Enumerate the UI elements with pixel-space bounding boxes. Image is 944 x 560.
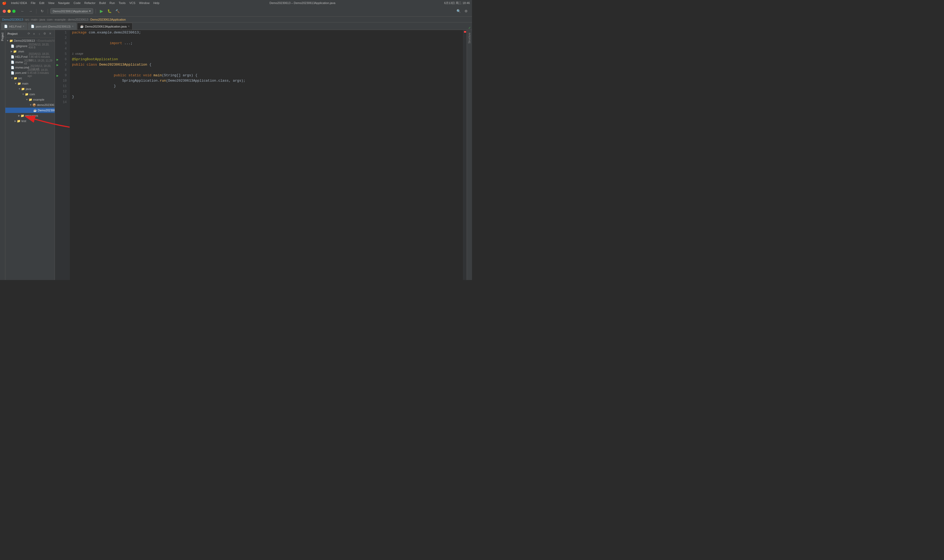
menu-file[interactable]: File (29, 1, 37, 5)
pom-tab-close[interactable]: × (72, 25, 74, 28)
code-line-6: @SpringBootApplication (72, 57, 461, 62)
collapse-tool-btn[interactable]: ≡ (32, 31, 37, 36)
menu-window[interactable]: Window (138, 1, 151, 5)
sync-tool-btn[interactable]: ⟳ (26, 31, 31, 36)
mvnw-icon: 📄 (11, 60, 14, 64)
gutter-9: ▶ (55, 73, 60, 78)
gutter-8 (55, 68, 60, 73)
ln-10: 10 (60, 78, 68, 83)
breadcrumb-main[interactable]: main (31, 18, 37, 21)
ln-6: 6 (60, 57, 68, 62)
run-gutter-6[interactable]: ▶ (57, 58, 58, 61)
breadcrumb-demo[interactable]: Demo20230613 (2, 18, 23, 21)
project-selector[interactable]: Demo20230613Application ▾ (50, 8, 93, 14)
run-button[interactable]: ▶ (98, 8, 105, 14)
pom-tab-label: pom.xml (Demo20230613) (36, 25, 71, 28)
file-tree: ▼ 📁 Demo20230613 ~/Downloads/Video/Demo2… (5, 37, 55, 280)
menubar-left: 🍎 IntelliJ IDEA File Edit View Navigate … (2, 1, 161, 5)
main-label: main (22, 82, 28, 85)
menu-refactor[interactable]: Refactor (83, 1, 97, 5)
menubar-right: 6月13日 周二 18:46 (444, 1, 470, 5)
tree-helpmd[interactable]: 📄 HELP.md 2023/6/13, 18:20, 7.86 kB 6 mi… (5, 54, 55, 59)
menu-code[interactable]: Code (72, 1, 82, 5)
tab-help-md[interactable]: 📄 HELP.md × (1, 23, 27, 30)
mvn-arrow: ▶ (11, 50, 12, 53)
tree-pomxml[interactable]: 📄 pom.xml 2023/6/13, 18:20, 9.45 kB 3 mi… (5, 70, 55, 75)
root-label: Demo20230613 (14, 39, 35, 42)
gutter-5 (55, 51, 60, 57)
project-tab[interactable]: Project (0, 30, 5, 44)
forward-button[interactable]: → (27, 8, 34, 14)
menu-view[interactable]: View (47, 1, 56, 5)
mvnw-meta: 2023/6/13, 18:20, 11.29 kB (24, 59, 54, 65)
tree-com[interactable]: ▼ 📁 com (5, 92, 55, 97)
menu-navigate[interactable]: Navigate (57, 1, 71, 5)
java-label: java (26, 87, 31, 91)
sort-tool-btn[interactable]: ↕ (37, 31, 42, 36)
settings-button[interactable]: ⚙ (463, 8, 469, 14)
close-panel-btn[interactable]: ✕ (48, 31, 52, 36)
gutter-3 (55, 41, 60, 46)
refresh-button[interactable]: ↻ (39, 8, 45, 14)
src-arrow: ▼ (11, 77, 13, 80)
structure-tab[interactable]: Structure (467, 30, 472, 46)
ln-8: 8 (60, 68, 68, 73)
gutter-1 (55, 30, 60, 35)
java-tab-close[interactable]: × (128, 25, 129, 28)
tree-demopkg[interactable]: ▼ 📦 demo20230613 (5, 102, 55, 108)
minimize-button[interactable] (8, 10, 11, 13)
breadcrumb-example[interactable]: example (55, 18, 66, 21)
tree-main[interactable]: ▼ 📁 main (5, 81, 55, 86)
settings-tool-btn[interactable]: ⚙ (42, 31, 47, 36)
test-label: test (22, 119, 26, 123)
menu-vcs[interactable]: VCS (128, 1, 137, 5)
run-gutter-9[interactable]: ▶ (57, 74, 58, 77)
tree-gitignore[interactable]: 📄 .gitignore 2023/6/13, 18:20, 408 B (5, 43, 55, 49)
usage-hint: 1 usage (72, 51, 83, 57)
tree-resources[interactable]: ▶ 📁 resources (5, 113, 55, 118)
menu-tools[interactable]: Tools (117, 1, 127, 5)
build-project-button[interactable]: 🔨 (114, 8, 121, 14)
debug-button[interactable]: 🐛 (106, 8, 113, 14)
tree-java[interactable]: ▼ 📁 java (5, 86, 55, 92)
test-icon: 📁 (17, 119, 21, 123)
breadcrumb-package[interactable]: demo20230613 (68, 18, 88, 21)
menu-build[interactable]: Build (98, 1, 107, 5)
gitignore-meta: 2023/6/13, 18:20, 408 B (28, 43, 54, 49)
project-selector-label: Demo20230613Application (53, 10, 88, 13)
search-button[interactable]: 🔍 (455, 8, 462, 14)
menu-help[interactable]: Help (152, 1, 161, 5)
ln-9: 9 (60, 73, 68, 78)
tab-main-java[interactable]: ☕ Demo20230613Application.java × (77, 23, 132, 30)
breadcrumb-java[interactable]: java (40, 18, 45, 21)
tree-main-class[interactable]: ☕ Demo20230613Application 2023/6/13, 18 (5, 108, 55, 113)
back-button[interactable]: ← (19, 8, 26, 14)
apple-menu[interactable]: 🍎 (2, 1, 6, 5)
pomxml-label: pom.xml (15, 71, 26, 74)
breadcrumb-class[interactable]: Demo20230613Application (91, 18, 126, 21)
gutter-4 (55, 46, 60, 51)
close-button[interactable] (3, 10, 6, 13)
tab-pom-xml[interactable]: 📄 pom.xml (Demo20230613) × (28, 23, 77, 30)
tree-test[interactable]: ▶ 📁 test (5, 118, 55, 124)
maximize-button[interactable] (12, 10, 15, 13)
breadcrumb-src[interactable]: src (25, 18, 29, 21)
run-gutter-7[interactable]: ▶ (57, 63, 58, 66)
editor-wrapper: ▶ ▶ ▶ (55, 30, 467, 280)
demopkg-icon: 📦 (32, 103, 36, 107)
menu-intellij[interactable]: IntelliJ IDEA (10, 1, 28, 5)
gutter-11 (55, 83, 60, 89)
toolbar-sep-2 (48, 9, 48, 14)
breadcrumb-com[interactable]: com (47, 18, 53, 21)
tree-example[interactable]: ▼ 📁 example (5, 97, 55, 102)
ln-2: 2 (60, 35, 68, 41)
menu-run[interactable]: Run (108, 1, 116, 5)
project-panel: Project ⟳ ≡ ↕ ⚙ ✕ ▼ 📁 Demo20230613 (5, 30, 55, 280)
tree-root[interactable]: ▼ 📁 Demo20230613 ~/Downloads/Video/Demo2… (5, 38, 55, 43)
tree-mvnw[interactable]: 📄 mvnw 2023/6/13, 18:20, 11.29 kB (5, 59, 55, 65)
menu-edit[interactable]: Edit (38, 1, 46, 5)
code-editor[interactable]: package com.example.demo20230613; import… (70, 30, 463, 280)
window-title: Demo20230613 – Demo20230613Application.j… (164, 2, 441, 5)
help-tab-close[interactable]: × (23, 25, 25, 28)
ln-12: 12 (60, 89, 68, 94)
